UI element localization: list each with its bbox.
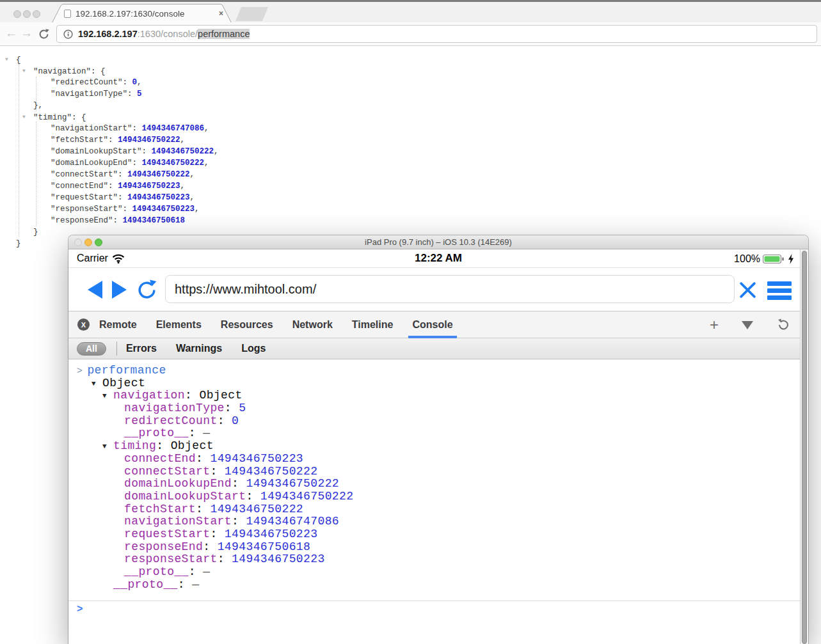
address-bar[interactable]: 192.168.2.197:1630/console/performance <box>56 25 817 43</box>
json-line: "connectStart": 1494346750222, <box>0 169 821 180</box>
collapse-triangle-icon[interactable]: ▼ <box>102 390 113 403</box>
property-colon: : <box>178 578 192 591</box>
menu-hamburger-icon[interactable] <box>767 281 792 300</box>
collapse-triangle-icon[interactable]: ▼ <box>22 65 33 77</box>
collapse-triangle-icon[interactable]: ▼ <box>5 54 16 65</box>
tab-timeline[interactable]: Timeline <box>342 311 403 338</box>
property-value: 1494346750222 <box>225 465 318 478</box>
json-value: 1494346750222 <box>152 147 214 156</box>
json-key: "requestStart" <box>51 193 118 202</box>
json-key: "navigationStart" <box>51 124 132 133</box>
json-colon: : <box>123 205 132 214</box>
json-key: "redirectCount" <box>51 78 123 87</box>
console-prompt-row[interactable]: > <box>68 601 808 617</box>
simulator-scrollbar-track[interactable] <box>800 249 808 644</box>
property-value: 1494346747086 <box>246 515 339 528</box>
minimize-window-button[interactable] <box>84 239 92 246</box>
tab-resources[interactable]: Resources <box>211 311 283 338</box>
prompt-chevron-icon: > <box>77 603 83 615</box>
stop-x-icon[interactable] <box>739 281 756 299</box>
console-line: ▼navigation: Object <box>68 389 808 402</box>
zoom-window-button[interactable] <box>95 239 102 246</box>
url-path: :1630/console/ <box>138 29 198 39</box>
refresh-console-icon[interactable] <box>776 318 790 332</box>
tab-network[interactable]: Network <box>283 311 342 338</box>
filter-logs[interactable]: Logs <box>241 343 266 354</box>
json-punct: { <box>16 56 21 65</box>
console-command-line[interactable]: >performance <box>68 365 808 377</box>
json-punct: , <box>204 159 209 168</box>
json-key: "responseEnd" <box>51 216 113 225</box>
tab-close-icon[interactable]: × <box>219 9 223 18</box>
json-line: "responseStart": 1494346750223, <box>0 203 821 215</box>
back-icon[interactable]: ← <box>5 26 17 40</box>
collapse-triangle-icon[interactable]: ▼ <box>102 441 113 453</box>
browser-tab[interactable]: 192.168.2.197:1630/console × <box>64 4 237 23</box>
url-host: 192.168.2.197 <box>78 29 138 39</box>
filter-triangle-icon[interactable] <box>742 321 753 329</box>
new-tab-button[interactable] <box>235 7 268 21</box>
reload-icon[interactable] <box>136 279 158 301</box>
tab-console[interactable]: Console <box>403 311 462 338</box>
property-colon: : <box>185 389 199 402</box>
filter-errors[interactable]: Errors <box>126 343 157 354</box>
console-line: connectEnd: 1494346750223 <box>68 453 808 466</box>
tab-elements[interactable]: Elements <box>147 311 211 338</box>
back-icon[interactable] <box>88 281 102 299</box>
json-response-viewer: ▼{▼"navigation": {"redirectCount": 0,"na… <box>0 54 821 249</box>
json-line: "domainLookupStart": 1494346750222, <box>0 146 821 157</box>
json-value: 1494346750222 <box>127 170 190 179</box>
json-key: "responseStart" <box>51 205 123 214</box>
property-value: — <box>203 427 210 439</box>
property-value: 0 <box>232 414 239 427</box>
tab-title: 192.168.2.197:1630/console <box>76 9 215 19</box>
filter-all-pill[interactable]: All <box>77 342 106 356</box>
json-colon: : <box>108 136 118 145</box>
info-icon[interactable] <box>63 29 73 39</box>
property-colon: : <box>210 465 224 478</box>
tab-remote[interactable]: Remote <box>90 311 147 338</box>
plus-icon[interactable]: + <box>710 317 719 333</box>
json-punct: , <box>190 170 195 179</box>
zoom-window-button[interactable] <box>33 10 40 18</box>
simulator-window-title: iPad Pro (9.7 inch) – iOS 10.3 (14E269) <box>365 237 512 247</box>
simulator-scrollbar-thumb[interactable] <box>802 251 807 644</box>
battery-icon <box>763 254 785 264</box>
url-field[interactable]: https://www.mihtool.com/ <box>165 275 735 303</box>
property-colon: : <box>189 427 203 439</box>
property-key: responseEnd <box>124 540 203 553</box>
tab-label: Remote <box>99 319 137 331</box>
property-value: — <box>203 565 210 578</box>
console-output: >performance▼Object▼navigation: Objectna… <box>68 359 808 601</box>
inspector-close-button[interactable]: X <box>77 318 90 331</box>
json-punct: } <box>33 228 38 237</box>
collapse-triangle-icon[interactable]: ▼ <box>92 378 102 391</box>
property-value: Object <box>102 377 145 389</box>
reload-icon[interactable] <box>38 28 50 40</box>
json-punct: , <box>180 182 186 191</box>
simulator-window: iPad Pro (9.7 inch) – iOS 10.3 (14E269) … <box>68 235 808 644</box>
tab-label: Elements <box>156 319 202 331</box>
property-value: 1494346750222 <box>210 503 303 515</box>
collapse-triangle-icon[interactable]: ▼ <box>22 111 33 123</box>
forward-icon[interactable]: → <box>20 26 33 40</box>
property-colon: : <box>218 414 232 427</box>
json-colon: : <box>132 124 142 133</box>
simulator-titlebar[interactable]: iPad Pro (9.7 inch) – iOS 10.3 (14E269) <box>68 235 808 249</box>
property-colon: : <box>189 565 203 578</box>
close-window-button[interactable] <box>13 10 21 18</box>
filter-warnings[interactable]: Warnings <box>176 343 222 354</box>
forward-icon[interactable] <box>112 281 127 299</box>
property-key: requestStart <box>124 528 210 540</box>
json-line: "connectEnd": 1494346750223, <box>0 180 821 192</box>
minimize-window-button[interactable] <box>23 10 31 18</box>
close-window-button[interactable] <box>74 239 82 246</box>
property-value: 1494346750223 <box>225 528 318 540</box>
property-key: navigationType <box>124 402 225 414</box>
console-line: __proto__: — <box>68 579 808 592</box>
property-colon: : <box>218 553 232 565</box>
json-punct: , <box>180 136 186 145</box>
console-line: redirectCount: 0 <box>68 415 808 428</box>
json-punct: , <box>190 193 195 202</box>
json-colon: : <box>72 113 81 122</box>
